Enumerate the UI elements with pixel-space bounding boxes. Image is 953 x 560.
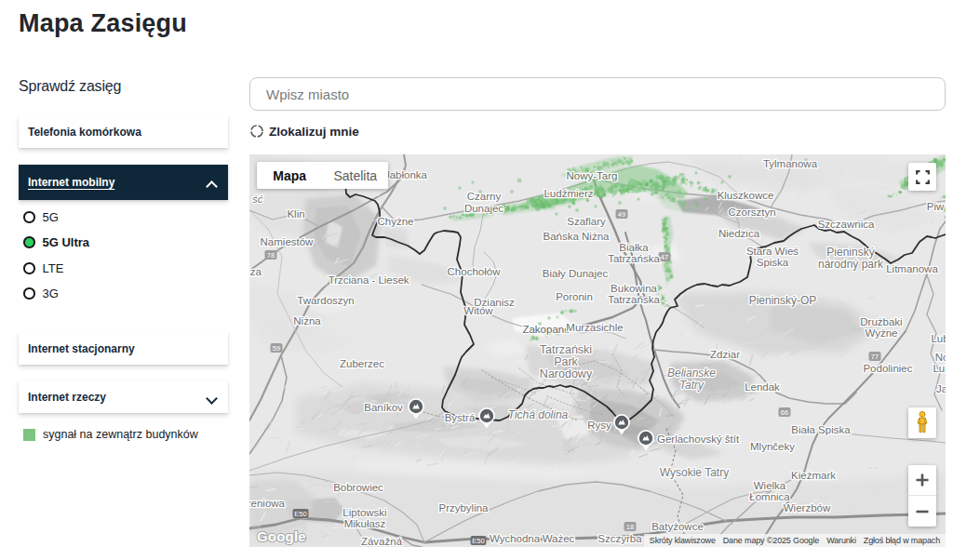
svg-text:Litmanowa: Litmanowa [886, 263, 938, 274]
svg-text:Lub: Lub [931, 333, 946, 344]
svg-text:Tichá dolina: Tichá dolina [508, 408, 569, 421]
svg-text:ść: ść [252, 193, 263, 205]
svg-text:Gerlachovský štít: Gerlachovský štít [657, 433, 740, 445]
svg-text:szeniowa: szeniowa [249, 498, 286, 509]
svg-text:Tatrzańska: Tatrzańska [608, 294, 660, 305]
svg-text:Chyżne: Chyżne [378, 216, 414, 227]
svg-text:Klin: Klin [287, 208, 304, 220]
svg-text:Twardoszyn: Twardoszyn [297, 295, 354, 306]
svg-text:Dunajec: Dunajec [464, 203, 503, 214]
svg-text:Baníkov: Baníkov [364, 402, 403, 413]
svg-text:Szczawnica: Szczawnica [818, 219, 875, 230]
svg-text:Mikułasz: Mikułasz [344, 518, 386, 529]
svg-text:No: No [935, 352, 946, 363]
svg-text:Pieninský: Pieninský [826, 246, 874, 259]
svg-text:Bystrá: Bystrá [445, 412, 476, 423]
svg-text:Ludźmierz: Ludźmierz [544, 188, 593, 199]
svg-text:Murzasichle: Murzasichle [566, 322, 623, 333]
svg-text:Piw: Piw [927, 201, 945, 212]
svg-text:66: 66 [781, 408, 788, 417]
svg-text:Witów: Witów [463, 305, 493, 316]
svg-text:Szczyrba: Szczyrba [597, 533, 642, 544]
svg-text:77: 77 [871, 353, 879, 361]
svg-text:Wielka: Wielka [754, 480, 786, 491]
svg-text:Zakopane: Zakopane [522, 324, 570, 335]
svg-text:Drużbaki: Drużbaki [860, 316, 902, 327]
svg-text:E50: E50 [472, 537, 484, 545]
svg-text:Namiestów: Namiestów [261, 236, 315, 247]
svg-text:Tatry: Tatry [679, 379, 705, 392]
svg-text:Czorsztyn: Czorsztyn [728, 207, 775, 218]
svg-text:18: 18 [626, 523, 634, 531]
svg-text:Biały Dunajec: Biały Dunajec [543, 268, 609, 279]
svg-text:Przybylina: Przybylina [438, 502, 489, 513]
svg-text:Liesek: Liesek [378, 274, 409, 286]
svg-text:Tatrzański: Tatrzański [540, 343, 592, 356]
svg-text:Podoliniec: Podoliniec [863, 363, 912, 374]
svg-text:Spiska: Spiska [757, 257, 789, 268]
svg-text:Zuberzec: Zuberzec [340, 358, 384, 369]
svg-text:Kluszkowce: Kluszkowce [718, 190, 774, 201]
svg-text:Biała Spiska: Biała Spiska [791, 424, 851, 435]
svg-text:Ja: Ja [936, 383, 946, 394]
svg-text:Google: Google [257, 528, 306, 544]
svg-text:Łomnica: Łomnica [749, 491, 790, 502]
svg-text:Zdziar: Zdziar [710, 349, 740, 360]
svg-text:Białka: Białka [619, 242, 649, 253]
svg-text:Tatrzańska: Tatrzańska [608, 253, 660, 264]
svg-text:Bobrowiec: Bobrowiec [333, 482, 383, 493]
svg-text:cza: cza [249, 266, 262, 277]
svg-text:Nowy-Targ: Nowy-Targ [567, 170, 618, 181]
svg-text:Bańska Niżna: Bańska Niżna [544, 231, 611, 242]
svg-text:Szaflary: Szaflary [567, 216, 606, 227]
svg-text:Stara Wieś: Stara Wieś [746, 246, 799, 257]
svg-text:78: 78 [267, 251, 275, 260]
svg-text:Niedzica: Niedzica [718, 228, 760, 239]
svg-text:Bukowina: Bukowina [611, 283, 657, 294]
svg-text:Batyżowce: Batyżowce [651, 521, 704, 532]
svg-text:Ważec: Ważec [543, 533, 575, 544]
svg-text:Závažná: Závažná [361, 536, 403, 547]
svg-text:47: 47 [661, 253, 668, 261]
svg-text:Niżna: Niżna [293, 315, 321, 327]
svg-text:Wysokie Tatry: Wysokie Tatry [660, 466, 729, 479]
svg-text:Park: Park [554, 355, 578, 368]
svg-text:59: 59 [273, 344, 280, 353]
svg-text:49: 49 [618, 210, 625, 219]
svg-text:Wyżne: Wyżne [865, 327, 897, 339]
svg-text:Narodowy: Narodowy [540, 367, 593, 380]
svg-text:E50: E50 [294, 510, 306, 518]
svg-text:Lub: Lub [933, 363, 946, 374]
svg-text:Pieninský-OP: Pieninský-OP [749, 294, 817, 307]
svg-text:Chochołów: Chochołów [448, 266, 502, 277]
svg-text:národný park: národný park [818, 258, 884, 271]
svg-text:Jabłonka: Jabłonka [384, 169, 428, 180]
svg-text:Poronin: Poronin [556, 291, 593, 302]
svg-text:Trzciana -: Trzciana - [329, 274, 376, 286]
svg-text:Belianske: Belianske [667, 367, 716, 380]
svg-text:Mlynčeky: Mlynčeky [750, 441, 795, 452]
svg-text:Kieżmark: Kieżmark [791, 470, 836, 481]
svg-text:Rysy: Rysy [587, 420, 611, 431]
svg-text:Lendak: Lendak [745, 381, 780, 393]
svg-text:Wierzbów: Wierzbów [784, 502, 831, 513]
svg-text:Wychodna: Wychodna [490, 533, 541, 544]
svg-text:Liptowski: Liptowski [342, 507, 386, 518]
svg-text:Tylmanowa: Tylmanowa [763, 158, 818, 169]
svg-text:Czarny: Czarny [467, 191, 502, 202]
